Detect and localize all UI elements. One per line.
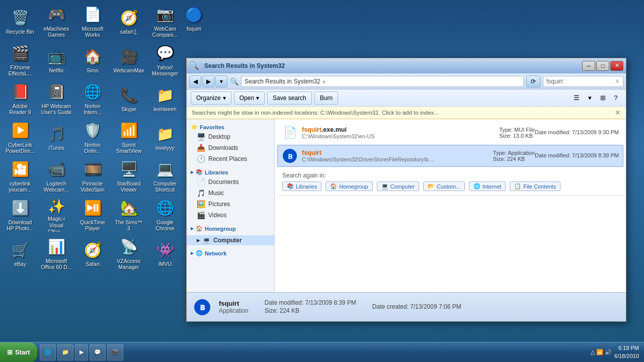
address-path[interactable]: Search Results in System32 ▸ [241, 76, 524, 87]
desktop-icon-hp-webcam[interactable]: 📓 HP Webcam User's Guide [39, 80, 74, 118]
status-created-label: Date created: [372, 303, 409, 310]
burn-label: Burn [320, 95, 333, 102]
nav-item-downloads[interactable]: 📥 Downloads [187, 142, 274, 153]
pinnacle-icon: 🎞️ [83, 159, 103, 179]
start-label: Start [15, 348, 30, 356]
nav-item-recent-places[interactable]: 🕐 Recent Places [187, 153, 274, 164]
desktop-icon-chrome[interactable]: 🌐 Google Chrome [147, 196, 183, 234]
desktop-icon-netflix[interactable]: 📺 Netflix [39, 41, 74, 79]
desktop-icon-itunes[interactable]: 🎵 iTunes [39, 119, 74, 156]
burn-button[interactable]: Burn [314, 92, 338, 105]
info-bar-close[interactable]: ✕ [615, 109, 621, 117]
search-clear-icon[interactable]: ✕ [615, 78, 620, 85]
status-info: fsquirt Application [219, 300, 249, 314]
file-type-mui: Type: MUI File Size: 13.0 KB [499, 127, 535, 139]
view-list-button[interactable]: ☰ [571, 92, 583, 104]
desktop-icon-safari2[interactable]: 🧭 Safari [75, 235, 110, 273]
clock-date: 6/18/2010 [614, 352, 639, 360]
taskbar-media[interactable]: ▶ [75, 344, 88, 360]
minimize-button[interactable]: ─ [582, 61, 595, 71]
desktop-icon-safari[interactable]: 🧭 safari;[; [111, 3, 146, 40]
desktop-icon-sprint[interactable]: 📶 Sprint SmartView [111, 119, 146, 156]
start-button[interactable]: ⊞ Start [0, 342, 37, 363]
desktop-icon-yahoo[interactable]: 💬 Yahoo! Messenger [147, 41, 183, 79]
folder-icon: 📁 [62, 349, 69, 355]
videos-nav-icon: 🎬 [197, 211, 205, 219]
homegroup-icon: 🏠 [196, 225, 203, 232]
desktop-icon-cyberlink-cam[interactable]: 🎦 cyberlink youcam... [3, 157, 38, 195]
table-row[interactable]: ʙ fsquirt C:\Windows\System32\DriverStor… [277, 145, 623, 167]
desktop-icon-logitech[interactable]: 📹 Logitech Webcam... [39, 157, 74, 195]
desktop-icon-magic[interactable]: ✨ Magic-i Visual Effec... [39, 196, 74, 234]
desktop-icon-norton-online[interactable]: 🛡️ Norton Onlin... [75, 119, 110, 156]
taskbar-video[interactable]: 🎬 [107, 344, 123, 360]
desktop-icon-norton[interactable]: 🌐 Norton Intern... [75, 80, 110, 118]
search-libraries[interactable]: 📚 Libraries [282, 182, 321, 191]
help-button[interactable]: ? [610, 92, 622, 104]
nav-item-music[interactable]: 🎵 Music [187, 188, 274, 199]
nav-favorites-header[interactable]: ⭐ Favorites [187, 122, 274, 131]
desktop-icon-fsquirt[interactable]: 🔵 fsquirt [176, 3, 211, 34]
view-chevron-button[interactable]: ▾ [584, 92, 596, 104]
desktop-icon-ebay[interactable]: 🛒 eBay [3, 235, 38, 273]
table-row[interactable]: 📄 fsquirt.exe.mui C:\Windows\System32\en… [277, 122, 623, 144]
nav-item-videos[interactable]: 🎬 Videos [187, 210, 274, 221]
desktop-icon-pinnacle[interactable]: 🎞️ Pinnacle VideoSpin [75, 157, 110, 195]
desktop-icon-computer[interactable]: 💻 Computer Shortcut [147, 157, 183, 195]
taskbar-ie[interactable]: 🌐 [40, 344, 56, 360]
desktop-icon-webcammax[interactable]: 🎥 WebcamMax [111, 41, 146, 79]
taskbar-folder[interactable]: 📁 [57, 344, 73, 360]
yahoo-icon: 💬 [155, 43, 175, 63]
nav-homegroup-header[interactable]: ▸ 🏠 Homegroup [187, 223, 274, 233]
nav-item-desktop[interactable]: 🖥️ Desktop [187, 131, 274, 142]
nav-libraries-header[interactable]: ▸ 📚 Libraries [187, 167, 274, 176]
nav-computer-header[interactable]: ▸ 💻 Computer [187, 235, 274, 245]
favorites-label: Favorites [200, 124, 224, 130]
refresh-button[interactable]: ⟳ [526, 75, 540, 87]
desktop-icon-skype[interactable]: 📞 Skype [111, 80, 146, 118]
search-custom[interactable]: 📂 Custom... [423, 182, 465, 191]
view-tiles-button[interactable]: ⊞ [597, 92, 609, 104]
desktop-icon-quicktime[interactable]: ⏯️ QuickTime Player [75, 196, 110, 234]
desktop-icon-leehleeeh[interactable]: 📁 leehleeeh [147, 80, 183, 118]
internet-search-icon: 🌐 [473, 183, 480, 190]
up-button[interactable]: ▾ [215, 75, 227, 87]
file-size-label-app: Size: 224 KB [493, 156, 535, 162]
maximize-button[interactable]: □ [596, 61, 609, 71]
organize-button[interactable]: Organize ▾ [191, 92, 231, 105]
cyberlink-cam-label: cyberlink youcam... [5, 180, 36, 193]
ebay-icon: 🛒 [10, 240, 30, 260]
close-button[interactable]: ✕ [610, 61, 623, 71]
desktop-icon-cyberlink[interactable]: ▶️ CyberLink PowerDire... [3, 119, 38, 156]
search-file-contents[interactable]: 📋 File Contents [510, 182, 560, 191]
homegroup-search-icon: 🏠 [330, 183, 337, 190]
desktop-icon-fxhome[interactable]: 🎬 FXhome EffectsL... [3, 41, 38, 79]
desktop-icon-recycle-bin[interactable]: 🗑️ Recycle Bin [3, 3, 38, 40]
desktop-icon-ms-office[interactable]: 📊 Microsoft Office 60 D... [39, 235, 74, 273]
open-button[interactable]: Open ▾ [234, 92, 265, 105]
desktop-icon-starboard[interactable]: 🖥️ StarBoard Viewer [111, 157, 146, 195]
desktop-icon-lovelyyy[interactable]: 📁 lovelyyy [147, 119, 183, 156]
nav-network-header[interactable]: ▸ 🌐 Network [187, 248, 274, 257]
desktop-icon-adobe[interactable]: 📕 Adobe Reader 9 [3, 80, 38, 118]
search-computer[interactable]: 💻 Computer [377, 182, 419, 191]
search-homegroup[interactable]: 🏠 Homegroup [326, 182, 372, 191]
desktop-icon-emachines[interactable]: 🎮 eMachines Games [39, 3, 74, 40]
back-button[interactable]: ◀ [189, 75, 201, 87]
desktop-icon-ms-works[interactable]: 📄 Microsoft Works [75, 3, 110, 40]
clock: 6:19 PM 6/18/2010 [614, 344, 639, 360]
desktop-icon-download[interactable]: ⬇️ Download HP Photo... [3, 196, 38, 234]
desktop-icon-sims[interactable]: 🏠 Sims [75, 41, 110, 79]
search-internet[interactable]: 🌐 Internet [469, 182, 506, 191]
hp-webcam-icon: 📓 [46, 82, 66, 102]
nav-item-documents[interactable]: 📄 Documents [187, 176, 274, 188]
desktop-icon-imvu[interactable]: 👾 IMVU [147, 235, 183, 273]
save-search-button[interactable]: Save search [267, 92, 312, 105]
nav-item-pictures[interactable]: 🖼️ Pictures [187, 199, 274, 210]
status-created-value: 7/13/2009 7:06 PM [410, 303, 461, 310]
forward-button[interactable]: ▶ [202, 75, 214, 87]
safari2-icon: 🧭 [83, 240, 103, 260]
taskbar-skype[interactable]: 💬 [90, 344, 106, 360]
desktop-icon-vzaccess[interactable]: 📡 VZAccess Manager [111, 235, 146, 273]
desktop-icon-sims3[interactable]: 🏡 The Sims™ 3 [111, 196, 146, 234]
